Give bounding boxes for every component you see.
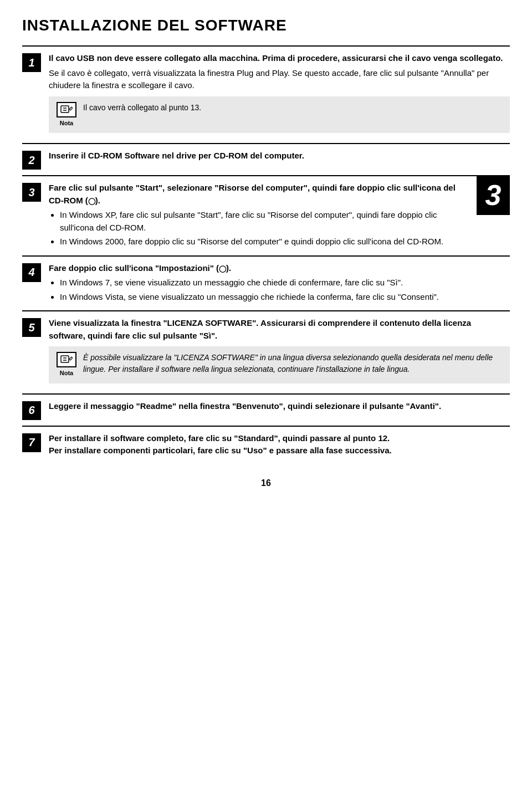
step-5-main: Viene visualizzata la finestra "LICENZA … [49, 317, 510, 342]
note-pencil-icon-5 [60, 355, 73, 365]
step-7-main: Per installare il software completo, far… [49, 432, 510, 457]
step-number-7: 7 [22, 433, 41, 452]
page-title: INSTALLAZIONE DEL SOFTWARE [22, 17, 510, 34]
nota-icon-1 [57, 102, 76, 117]
cdrom-icon-3: ◯ [88, 197, 95, 205]
step-3-content: Fare clic sul pulsante "Start", selezion… [49, 182, 471, 250]
step-3-main: Fare clic sul pulsante "Start", selezion… [49, 182, 471, 207]
step-1-sub: Se il cavo è collegato, verrà visualizza… [49, 67, 510, 92]
svg-rect-0 [61, 106, 69, 112]
step-1-main: Il cavo USB non deve essere collegato al… [49, 52, 510, 65]
step-5-content: Viene visualizzata la finestra "LICENZA … [49, 317, 510, 388]
step-number-3: 3 [22, 183, 41, 202]
step-3-wrapper: 3 Fare clic sul pulsante "Start", selezi… [22, 175, 510, 255]
step-6-main: Leggere il messaggio "Readme" nella fine… [49, 400, 510, 413]
step-3-bullet-2: In Windows 2000, fare doppio clic su "Ri… [60, 236, 471, 248]
step-number-4: 4 [22, 263, 41, 282]
nota-icon-5 [57, 352, 76, 367]
step-2-content: Inserire il CD-ROM Software nel drive pe… [49, 150, 510, 165]
step-7-content: Per installare il software completo, far… [49, 432, 510, 459]
step-5-note-text: È possibile visualizzare la "LICENZA SOF… [83, 352, 502, 375]
step-number-6: 6 [22, 401, 41, 420]
settings-icon-4: ◯ [219, 265, 226, 273]
step-6: 6 Leggere il messaggio "Readme" nella fi… [22, 393, 510, 426]
step-3-bullet-1: In Windows XP, fare clic sul pulsante "S… [60, 209, 471, 234]
step-1-note: Nota Il cavo verrà collegato al punto 13… [49, 96, 510, 134]
step-5-note: Nota È possibile visualizzare la "LICENZ… [49, 346, 510, 383]
nota-label-5: Nota [60, 369, 73, 378]
step-number-1: 1 [22, 53, 41, 72]
step-4-bullets: In Windows 7, se viene visualizzato un m… [60, 277, 510, 303]
step-4-main: Fare doppio clic sull'icona "Impostazion… [49, 262, 510, 275]
nota-label-1: Nota [60, 119, 73, 128]
side-badge-3: 3 [477, 175, 510, 215]
step-1: 1 Il cavo USB non deve essere collegato … [22, 45, 510, 143]
step-number-2: 2 [22, 151, 41, 170]
step-3: 3 Fare clic sul pulsante "Start", selezi… [22, 175, 510, 255]
page-number: 16 [22, 478, 510, 488]
step-1-content: Il cavo USB non deve essere collegato al… [49, 52, 510, 137]
step-4-bullet-1: In Windows 7, se viene visualizzato un m… [60, 277, 510, 289]
step-7: 7 Per installare il software completo, f… [22, 426, 510, 465]
nota-icon-area-1: Nota [57, 102, 76, 128]
step-4-bullet-2: In Windows Vista, se viene visualizzato … [60, 291, 510, 304]
step-1-note-text: Il cavo verrà collegato al punto 13. [83, 102, 201, 114]
step-4: 4 Fare doppio clic sull'icona "Impostazi… [22, 255, 510, 311]
step-2: 2 Inserire il CD-ROM Software nel drive … [22, 143, 510, 175]
step-5: 5 Viene visualizzata la finestra "LICENZ… [22, 310, 510, 393]
step-number-5: 5 [22, 318, 41, 337]
nota-icon-area-5: Nota [57, 352, 76, 378]
step-3-bullets: In Windows XP, fare clic sul pulsante "S… [60, 209, 471, 248]
step-2-main: Inserire il CD-ROM Software nel drive pe… [49, 150, 510, 162]
step-6-content: Leggere il messaggio "Readme" nella fine… [49, 400, 510, 415]
note-pencil-icon [60, 105, 73, 115]
svg-rect-3 [61, 356, 69, 362]
step-4-content: Fare doppio clic sull'icona "Impostazion… [49, 262, 510, 305]
